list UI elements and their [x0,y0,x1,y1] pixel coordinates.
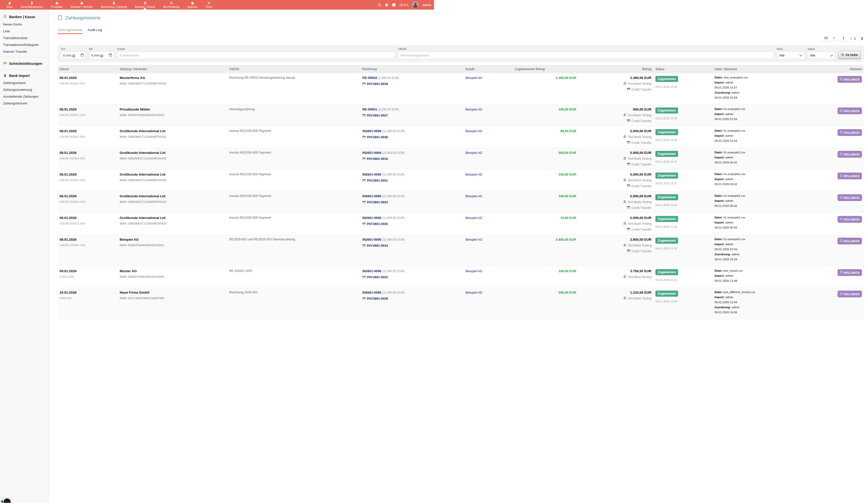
invoice-link[interactable]: IN2601-0006 [362,129,381,133]
tools-icon [207,1,210,5]
row-iban: IBAN: DE89370400440532013001 [120,244,225,247]
row-iban: IBAN: GB82WEST12345698765432 [120,82,225,85]
row-payer: Großkunde International Ltd [120,151,225,155]
nav-item-produkte[interactable]: Produkte [47,0,67,10]
nav-item-rechnung-zahlung[interactable]: $ Rechnung | Zahlung [97,0,131,10]
card-icon [362,157,366,161]
row-iban: IBAN: GB82WEST12345698765432 [120,178,225,182]
payment-ref-link[interactable]: PAY2601-0038 [367,82,388,86]
table-row: 08.01.2026 #SEPA-202601-005 Großkunde In… [58,126,434,148]
invoice-link[interactable]: RE-00002 [362,76,377,80]
sidebar-divider [0,57,49,57]
row-reference: #SEPA-202601-005 [60,135,115,138]
table-row: 08.01.2026 #SEPA-202601-005 Großkunde In… [58,192,434,213]
sidebar-section-scheckeinloesungen[interactable]: $ Scheckeinlösungen [0,59,49,68]
invoice-link[interactable]: IN2601-0006 [362,173,381,176]
row-payer: Musterfirma AG [120,76,225,80]
search-icon[interactable] [378,3,381,7]
top-navbar: Start Geschäftspartner Produkte Einkauf … [0,0,434,10]
table-row: 08.01.2026 #SEPA-202601-005 Großkunde In… [58,213,434,235]
invoice-amount: (11.900,00 EUR) [382,195,405,198]
row-payer: Privatkunde Müller [120,107,225,111]
nav-item-einkauf-vertrieb[interactable]: Einkauf | Vertrieb [67,0,97,10]
sidebar-section-bank-import[interactable]: $ Bank Import [0,72,49,80]
row-iban: IBAN: GB82WEST12345698765432 [120,222,225,225]
date-from-input[interactable]: tt.mm.jjjj [61,51,86,59]
sidebar-item-transaktionsliste[interactable]: Transaktionsliste [0,34,49,41]
card-icon [362,135,366,139]
payment-ref-link[interactable]: PAY2601-0033 [367,201,388,204]
sidebar-section-banken-kasse[interactable]: Banken | Kasse [0,13,49,21]
print-icon[interactable] [385,3,389,7]
kunde-input[interactable]: Kundenname [117,51,395,59]
row-reference: #SEPA-202601-005 [60,200,115,203]
table-row: 08.01.2026 #SEPA-202601-002 Beispiel AG … [58,235,434,252]
invoice-link[interactable]: IN2601-0006 [362,194,381,198]
sidebar-item-zahlungszuweisung[interactable]: Zahlungszuweisung [0,86,49,93]
card-icon [362,200,366,204]
payment-ref-link[interactable]: PAY2601-0034 [367,244,388,247]
card-icon [362,82,366,86]
sidebar-item-neues-konto[interactable]: Neues Konto [0,21,49,28]
payment-history-table: Datum Zahlung / Absender VWZW Rechnung K… [58,65,434,252]
nav-item-geschaeftspartner[interactable]: Geschäftspartner [17,0,47,10]
invoice-link[interactable]: IN2601-0006 [362,151,381,155]
user-avatar[interactable] [412,1,419,8]
row-reference: #SEPA-202601-005 [60,178,115,182]
filter-bar: Von tt.mm.jjjj Bis tt.mm.jjjj Kunde Kund… [58,45,434,62]
payment-ref-link[interactable]: PAY2601-0037 [367,114,388,117]
calendar-icon[interactable] [109,53,112,57]
tab-zahlungshistorie[interactable]: Zahlungshistorie [58,28,82,34]
row-reference: #SEPA-202601-002 [60,244,115,247]
row-vwzw: Invoice RE2026-005 Payment [229,151,271,154]
row-date: 08.01.2026 [60,194,115,198]
nav-item-buchhaltung[interactable]: $ Buchhaltung [159,0,184,10]
nav-item-banken-kasse[interactable]: Banken | Kasse [131,0,159,10]
invoice-icon: $ [112,1,115,5]
row-date: 08.01.2026 [60,107,115,111]
sidebar-item-liste[interactable]: Liste [0,28,49,34]
card-icon [362,222,366,226]
payment-ref-link[interactable]: PAY2601-0016 [367,157,388,161]
von-label: Von [61,48,86,50]
sidebar-item-zahlungshistorie[interactable]: Zahlungshistorie [0,100,49,107]
col-datum: Datum [58,65,117,73]
sidebar-item-interner-transfer[interactable]: Interner Transfer [0,48,49,55]
sidebar-item-ausstehende-zahlungen[interactable]: Ausstehende Zahlungen [0,93,49,100]
bis-label: Bis [89,48,114,50]
nav-item-tools[interactable]: Tools [202,0,216,10]
row-iban: IBAN: GB82WEST12345698765432 [120,135,225,138]
sidebar-item-zahlungsimport[interactable]: Zahlungsimport [0,80,49,86]
pagination: 20 1 / 2 [58,34,434,43]
invoice-link[interactable]: RE-00001 [362,107,377,111]
nav-item-start[interactable]: Start [2,0,17,10]
payment-ref-link[interactable]: PAY2601-0031 [367,179,388,182]
calendar-icon[interactable] [81,53,84,57]
row-vwzw: Invoice RE2026-005 Payment [229,173,271,176]
vwzw-label: VWZW [398,48,434,50]
bank-icon [144,1,147,5]
invoice-amount: (11.900,00 EUR) [382,216,405,220]
svg-text:$: $ [171,2,172,3]
sidebar-item-transaktionen-kategorie[interactable]: Transaktionen/Kategorie [0,41,49,48]
tab-audit-log[interactable]: Audit Log [87,28,102,34]
nav-item-agenda[interactable]: Agenda [184,0,202,10]
package-icon [55,1,59,5]
username: admin [423,3,432,7]
row-date: 08.01.2026 [60,216,115,220]
sidebar: Banken | Kasse Neues Konto Liste Transak… [0,10,49,252]
invoice-amount: (11.900,00 EUR) [382,173,405,176]
vwzw-input[interactable]: Verwendungszweck [398,51,434,59]
row-reference: #SEPA-202601-004 [60,113,115,116]
invoice-link[interactable]: IN2601-0006 [362,238,381,242]
page-title: Zahlungshistorie [65,15,100,21]
invoice-link[interactable]: IN2601-0006 [362,216,381,220]
ledger-search-icon: $ [170,1,173,5]
date-to-input[interactable]: tt.mm.jjjj [89,51,114,59]
payment-ref-link[interactable]: PAY2601-0035 [367,222,388,226]
invoice-amount: (11.900,00 EUR) [382,151,405,155]
row-vwzw: Abschlagszahlung [229,107,255,111]
payment-ref-link[interactable]: PAY2601-0036 [367,135,388,139]
help-icon[interactable]: ? [392,3,396,7]
kunde-label: Kunde [117,48,395,50]
